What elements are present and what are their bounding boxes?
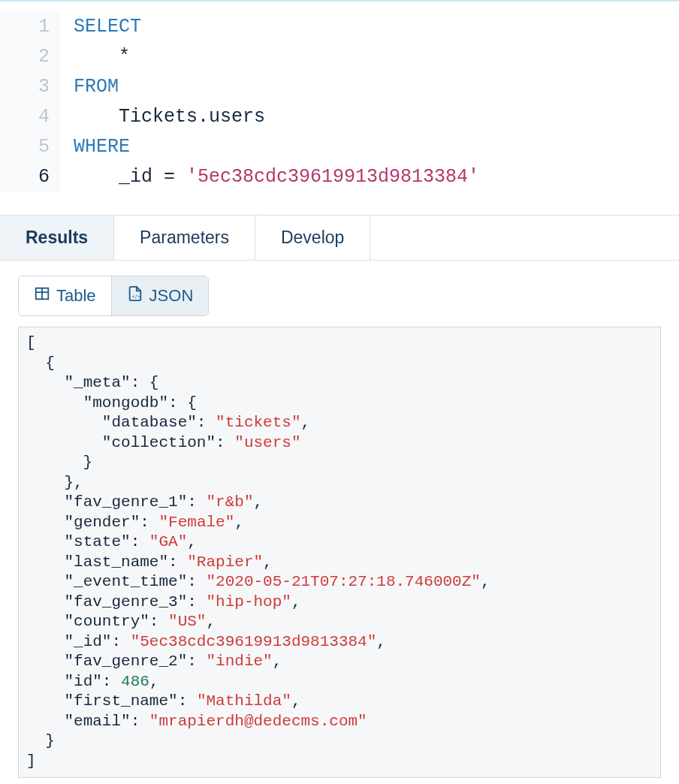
editor-line[interactable]: 6 _id = '5ec38cdc39619913d9813384' xyxy=(0,162,679,192)
json-file-icon: </> xyxy=(127,285,143,306)
line-number: 2 xyxy=(0,42,60,72)
sql-editor[interactable]: 1SELECT2 *3FROM4 Tickets.users5WHERE6 _i… xyxy=(0,0,679,215)
code-content[interactable]: _id = '5ec38cdc39619913d9813384' xyxy=(60,162,479,192)
tab-parameters[interactable]: Parameters xyxy=(114,216,255,260)
code-content[interactable]: WHERE xyxy=(60,132,130,162)
line-number: 4 xyxy=(0,102,60,132)
table-view-button[interactable]: Table xyxy=(19,276,111,315)
result-tabs: ResultsParametersDevelop xyxy=(0,215,679,261)
line-number: 5 xyxy=(0,132,60,162)
line-number: 6 xyxy=(0,162,60,192)
view-format-buttons: Table</>JSON xyxy=(0,261,679,327)
tab-results[interactable]: Results xyxy=(0,216,114,260)
code-content[interactable]: * xyxy=(60,42,130,72)
tab-develop[interactable]: Develop xyxy=(255,216,370,260)
editor-line[interactable]: 1SELECT xyxy=(0,12,679,42)
button-label: Table xyxy=(56,286,96,306)
editor-line[interactable]: 5WHERE xyxy=(0,132,679,162)
json-output[interactable]: [ { "_meta": { "mongodb": { "database": … xyxy=(18,327,661,778)
table-icon xyxy=(34,285,50,306)
line-number: 3 xyxy=(0,72,60,102)
editor-line[interactable]: 3FROM xyxy=(0,72,679,102)
svg-text:</>: </> xyxy=(131,294,140,300)
line-number: 1 xyxy=(0,12,60,42)
json-view-button[interactable]: </>JSON xyxy=(111,276,209,315)
code-content[interactable]: SELECT xyxy=(60,12,141,42)
editor-line[interactable]: 2 * xyxy=(0,42,679,72)
editor-line[interactable]: 4 Tickets.users xyxy=(0,102,679,132)
button-label: JSON xyxy=(149,286,194,306)
code-content[interactable]: FROM xyxy=(60,72,119,102)
code-content[interactable]: Tickets.users xyxy=(60,102,265,132)
